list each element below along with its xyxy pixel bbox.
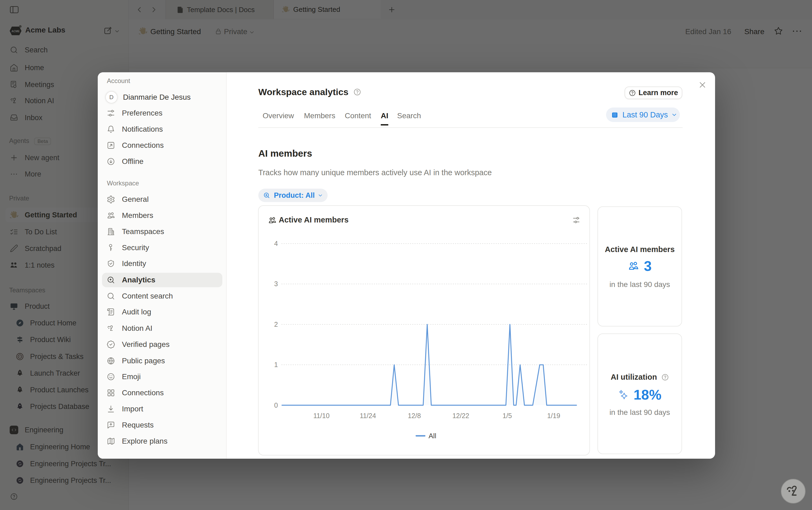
svg-text:3: 3	[274, 280, 278, 287]
svg-text:12/8: 12/8	[408, 412, 421, 420]
svg-text:All: All	[428, 432, 437, 440]
svg-text:2: 2	[274, 320, 278, 328]
svg-text:1/5: 1/5	[503, 412, 512, 420]
svg-text:11/24: 11/24	[360, 412, 376, 420]
svg-text:1/19: 1/19	[547, 412, 561, 420]
svg-text:12/22: 12/22	[452, 412, 470, 420]
svg-text:0: 0	[274, 401, 278, 409]
svg-text:1: 1	[274, 361, 278, 368]
svg-text:4: 4	[274, 240, 278, 247]
svg-text:11/10: 11/10	[313, 412, 330, 420]
